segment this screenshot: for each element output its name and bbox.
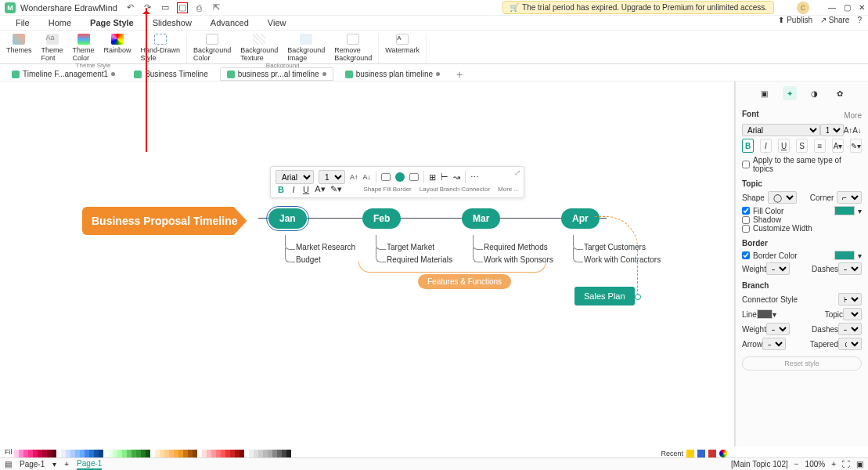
bordercolor-swatch[interactable]: [834, 251, 855, 260]
strike-button[interactable]: S: [796, 139, 808, 153]
panel-tab-icons-icon[interactable]: ✿: [833, 86, 847, 100]
panel-tab-style-icon[interactable]: ✦: [783, 86, 797, 100]
fontcolor-button[interactable]: A▾: [313, 184, 327, 194]
menu-advanced[interactable]: Advanced: [209, 16, 250, 29]
add-tab-button[interactable]: +: [452, 68, 467, 81]
doc-tab-2[interactable]: Business Timeline: [127, 67, 215, 81]
apply-same-check[interactable]: [742, 161, 750, 168]
panel-tab-page-icon[interactable]: ▣: [758, 86, 772, 100]
root-node[interactable]: Business Proposal Timeline: [82, 207, 247, 235]
color-swatch[interactable]: [286, 450, 291, 457]
recent-swatch[interactable]: [686, 450, 694, 457]
italic-button[interactable]: I: [288, 185, 299, 194]
themes-button[interactable]: Themes: [5, 34, 34, 62]
watermark-button[interactable]: AWatermark: [384, 34, 421, 54]
font-select[interactable]: Arial: [742, 124, 820, 136]
topic-select[interactable]: [843, 308, 862, 320]
features-node[interactable]: Features & Functions: [418, 274, 511, 289]
view-icon[interactable]: ▣: [856, 460, 863, 468]
branch-icon[interactable]: ⊢: [441, 172, 448, 183]
more-icon[interactable]: ⋯: [470, 172, 479, 183]
bold-button[interactable]: B: [276, 185, 286, 194]
menu-home[interactable]: Home: [47, 16, 73, 29]
border-icon[interactable]: [409, 173, 419, 181]
weight-select[interactable]: —: [766, 262, 790, 275]
font-increase-icon[interactable]: A↑: [350, 173, 358, 181]
more-link[interactable]: More: [844, 111, 862, 120]
theme-color-button[interactable]: Theme Color: [71, 34, 96, 62]
month-jan[interactable]: Jan: [268, 208, 307, 229]
outline-icon[interactable]: ▤: [5, 460, 12, 468]
dashes-select[interactable]: —: [838, 262, 862, 275]
menu-view[interactable]: View: [266, 16, 288, 29]
print-icon[interactable]: ⎙: [194, 2, 205, 13]
reset-style-button[interactable]: Reset style: [742, 356, 862, 371]
shadow-check[interactable]: [742, 216, 750, 224]
menu-file[interactable]: File: [14, 16, 31, 29]
doc-tab-1[interactable]: Timeline F...anagement1: [5, 67, 122, 81]
arrow-select[interactable]: —: [762, 338, 786, 350]
bweight-select[interactable]: —: [766, 323, 790, 335]
fillcolor-swatch[interactable]: [834, 206, 855, 215]
font-select[interactable]: Arial: [276, 170, 314, 184]
connector-icon[interactable]: ↝: [453, 172, 460, 183]
page-tab[interactable]: Page-1: [77, 459, 102, 470]
bdashes-select[interactable]: —: [838, 323, 862, 335]
remove-bg-button[interactable]: Remove Background: [333, 34, 373, 62]
float-close-icon[interactable]: ⤢: [514, 168, 520, 177]
recent-swatch[interactable]: [697, 450, 705, 457]
fit-icon[interactable]: ⛶: [842, 460, 850, 468]
child-node[interactable]: Required Methods: [484, 243, 548, 251]
bg-color-button[interactable]: Background Color: [192, 34, 232, 62]
italic-button[interactable]: I: [760, 139, 772, 153]
fill-icon[interactable]: [395, 172, 405, 182]
highlight-button[interactable]: ✎▾: [329, 184, 343, 194]
sales-node[interactable]: Sales Plan: [574, 287, 635, 306]
menu-pagestyle[interactable]: Page Style: [88, 16, 135, 29]
maximize-button[interactable]: ▢: [844, 3, 851, 12]
minimize-button[interactable]: —: [828, 3, 836, 12]
font-increase-icon[interactable]: A↑: [844, 126, 853, 135]
font-decrease-icon[interactable]: A↓: [363, 173, 372, 181]
shape-icon[interactable]: [381, 173, 391, 181]
tapered-select[interactable]: ⟮: [838, 338, 862, 350]
avatar[interactable]: C: [797, 2, 809, 14]
help-icon[interactable]: ?: [857, 16, 862, 24]
line-swatch[interactable]: [757, 309, 773, 319]
bg-image-button[interactable]: Background Image: [286, 34, 326, 62]
child-node[interactable]: Market Research: [296, 243, 355, 251]
rainbow-button[interactable]: Rainbow: [103, 34, 133, 62]
color-wheel-icon[interactable]: [719, 450, 727, 457]
font-decrease-icon[interactable]: A↓: [852, 126, 862, 135]
layout-icon[interactable]: ▭: [160, 2, 171, 13]
shape-select[interactable]: ◯: [768, 191, 797, 204]
customwidth-check[interactable]: [742, 225, 750, 233]
month-mar[interactable]: Mar: [462, 208, 500, 229]
trial-banner[interactable]: 🛒 The trial period has expired. Upgrade …: [502, 1, 774, 14]
size-select[interactable]: 14: [820, 124, 844, 136]
underline-button[interactable]: U: [301, 185, 312, 194]
present-icon[interactable]: ▢: [177, 2, 188, 13]
corner-select[interactable]: ⌐: [837, 191, 862, 204]
underline-button[interactable]: U: [778, 139, 790, 153]
color-strip[interactable]: [14, 450, 735, 457]
canvas[interactable]: ⤢ Arial 14 A↑ A↓ ⊞ ⊢ ↝ ⋯ B I U: [0, 81, 735, 446]
panel-tab-tag-icon[interactable]: ◑: [808, 86, 822, 100]
layout-icon[interactable]: ⊞: [429, 172, 436, 183]
bg-texture-button[interactable]: Background Texture: [239, 34, 279, 62]
zoom-out-icon[interactable]: −: [794, 460, 799, 468]
month-apr[interactable]: Apr: [561, 208, 600, 229]
page-add-icon[interactable]: +: [64, 460, 69, 468]
month-feb[interactable]: Feb: [362, 208, 401, 229]
export-icon[interactable]: ⇱: [211, 2, 222, 13]
size-select[interactable]: 14: [319, 170, 345, 184]
theme-font-button[interactable]: AaTheme Font: [40, 34, 65, 62]
align-button[interactable]: ≡: [814, 139, 826, 153]
close-button[interactable]: ✕: [859, 3, 865, 12]
doc-tab-4[interactable]: business plan timeline: [338, 67, 447, 81]
publish-button[interactable]: ⬆ Publish: [778, 16, 812, 24]
menu-slideshow[interactable]: Slideshow: [151, 16, 193, 29]
bordercolor-check[interactable]: [742, 251, 750, 259]
share-button[interactable]: ↗ Share: [820, 16, 849, 24]
page-dropdown-icon[interactable]: ▾: [52, 460, 56, 468]
